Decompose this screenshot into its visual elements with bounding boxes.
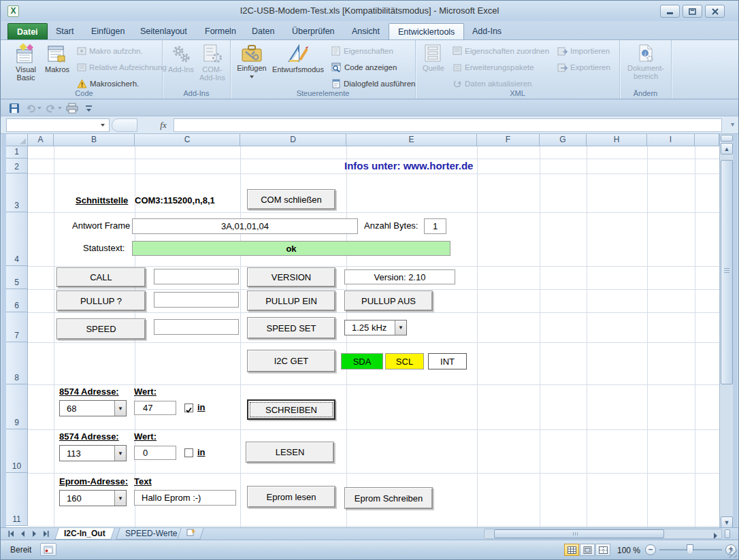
call-field[interactable] [154,269,239,284]
pullup-field[interactable] [154,292,239,308]
com-schliessen-button[interactable]: COM schließen [247,189,335,210]
undo-dropdown-icon[interactable] [37,107,42,110]
zoom-out-button[interactable]: – [645,544,656,555]
view-page-layout-button[interactable] [580,544,595,556]
antwort-frame-field[interactable]: 3A,01,01,04 [132,218,358,234]
pullup-frage-button[interactable]: PULLUP ? [56,291,146,311]
prev-sheet-button[interactable] [18,529,28,539]
row-header-1[interactable]: 1 [6,146,28,159]
tab-seitenlayout[interactable]: Seitenlayout [131,23,196,39]
version-field[interactable]: Version: 2.10 [344,269,455,284]
makrosicherheit-button[interactable]: Makrosicherh. [77,77,139,90]
erweiterungspakete-button[interactable]: Erweiterungspakete [453,61,534,74]
wert2-field[interactable]: 0 [134,446,176,460]
h-split-handle[interactable] [725,529,730,538]
speed-button[interactable]: SPEED [56,318,146,340]
save-button[interactable] [9,101,20,115]
row-header-7[interactable]: 7 [6,312,28,342]
col-header-A[interactable]: A [28,134,54,146]
view-normal-button[interactable] [564,544,579,556]
vertical-scrollbar[interactable]: ▲ ▼ [719,134,733,529]
zoom-slider-thumb[interactable] [687,544,693,555]
col-header-partial[interactable] [695,134,719,146]
v-split-handle[interactable] [721,135,733,142]
tab-start[interactable]: Start [47,23,82,39]
tab-entwicklertools[interactable]: Entwicklertools [389,23,464,39]
tab-addins[interactable]: Add-Ins [463,23,510,39]
col-header-B[interactable]: B [54,134,135,146]
chevron-down-icon[interactable]: ▼ [114,491,126,506]
i2c-get-button[interactable]: I2C GET [247,350,335,372]
wert1-field[interactable]: 47 [134,401,176,415]
worksheet[interactable]: A B C D E F G H I 1 2 3 4 5 6 7 8 9 10 1… [6,134,719,529]
tab-formeln[interactable]: Formeln [196,23,245,39]
eprom-lesen-button[interactable]: Eprom lesen [247,486,335,508]
resize-grip[interactable] [729,550,737,558]
eprom-adresse-select[interactable]: 160 ▼ [59,490,127,506]
relative-aufzeichnung-button[interactable]: Relative Aufzeichnung [77,61,167,74]
chevron-down-icon[interactable]: ▼ [114,401,126,416]
close-button[interactable] [705,5,725,18]
insert-worksheet-tab[interactable] [177,528,204,540]
next-sheet-button[interactable] [29,529,39,539]
pullup-ein-button[interactable]: PULLUP EIN [247,291,335,311]
eigenschaften-zuordnen-button[interactable]: Eigenschaften zuordnen [453,44,549,58]
anzahl-bytes-field[interactable]: 1 [424,218,446,234]
row-header-11[interactable]: 11 [6,473,28,526]
dokumentbereich-button[interactable]: i Dokument- bereich [627,42,665,87]
name-box-dropdown[interactable] [97,120,108,131]
adresse2-select[interactable]: 113 ▼ [59,445,127,461]
eprom-schreiben-button[interactable]: Eprom Schreiben [344,487,433,509]
macro-record-button[interactable] [40,543,56,556]
row-header-9[interactable]: 9 [6,384,28,429]
minimize-button[interactable] [660,5,680,18]
speed-field[interactable] [154,319,239,335]
code-anzeigen-button[interactable]: Code anzeigen [331,61,397,74]
restore-button[interactable] [683,5,702,18]
exportieren-button[interactable]: Exportieren [557,61,610,74]
version-button[interactable]: VERSION [247,267,335,287]
select-all-corner[interactable] [6,134,28,146]
first-sheet-button[interactable] [6,529,16,539]
com-addins-button[interactable]: COM-Add-Ins [195,42,229,87]
last-sheet-button[interactable] [41,529,51,539]
visual-basic-button[interactable]: Visual Basic [9,42,43,87]
formula-input[interactable] [174,118,722,132]
quelle-button[interactable]: Quelle [418,42,448,87]
name-box[interactable] [6,118,110,132]
view-page-break-button[interactable] [595,544,610,556]
row-header-3[interactable]: 3 [6,174,28,212]
row-header-8[interactable]: 8 [6,342,28,384]
addins-button[interactable]: Add-Ins [164,42,198,87]
chevron-down-icon[interactable]: ▼ [114,446,126,461]
horizontal-scrollbar[interactable] [484,529,722,539]
eigenschaften-button[interactable]: Eigenschaften [331,44,393,58]
tab-einfuegen[interactable]: Einfügen [82,23,133,39]
call-button[interactable]: CALL [56,267,146,287]
insert-function-button[interactable]: fx [154,118,172,132]
entwurfsmodus-button[interactable]: Entwurfsmodus [269,42,327,87]
tab-daten[interactable]: Daten [243,23,283,39]
col-header-F[interactable]: F [477,134,540,146]
speed-select[interactable]: 1.25 kHz ▼ [344,320,407,335]
schreiben-button[interactable]: SCHREIBEN [247,399,335,420]
tab-ansicht[interactable]: Ansicht [343,23,389,39]
row-header-5[interactable]: 5 [6,266,28,289]
undo-button[interactable] [25,101,42,115]
infos-link-text[interactable]: Infos unter: www.horter.de [344,160,473,171]
row-header-6[interactable]: 6 [6,289,28,312]
col-header-H[interactable]: H [587,134,647,146]
einfuegen-steuerelement-button[interactable]: Einfügen [235,42,269,87]
scroll-down-button[interactable]: ▼ [721,516,733,528]
redo-button[interactable] [46,101,62,115]
row-header-2[interactable]: 2 [6,159,28,174]
chevron-down-icon[interactable]: ▼ [395,320,406,335]
tab-speed-werte[interactable]: SPEED-Werte [116,528,186,540]
lesen-button[interactable]: LESEN [246,442,334,463]
col-header-C[interactable]: C [135,134,240,146]
qat-customize-button[interactable] [85,101,93,115]
daten-aktualisieren-button[interactable]: Daten aktualisieren [453,77,531,90]
tab-ueberpruefen[interactable]: Überprüfen [283,23,344,39]
redo-dropdown-icon[interactable] [58,107,62,110]
v-scroll-thumb[interactable] [721,160,733,384]
